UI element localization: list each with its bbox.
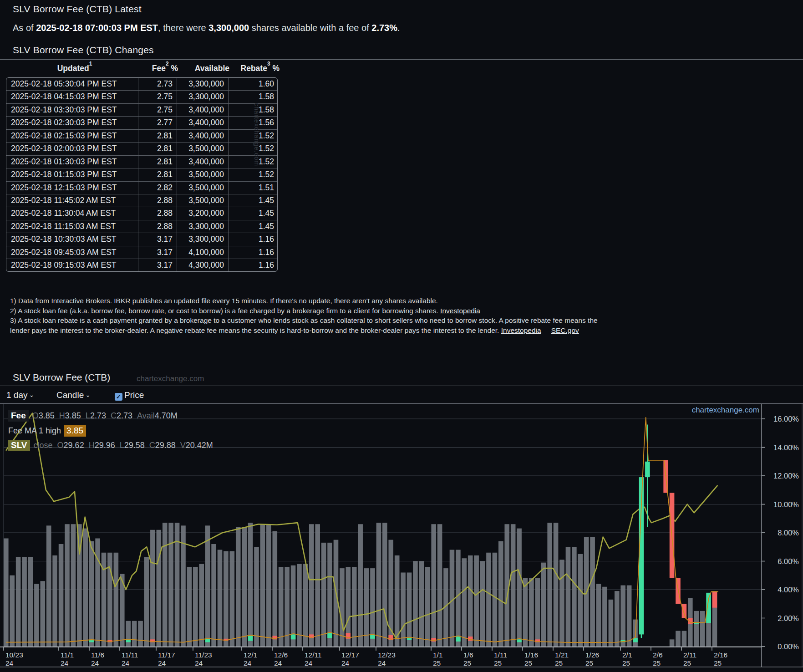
x-tick-label: 11/1 [61, 651, 74, 659]
x-tick-label: 25 [555, 659, 563, 667]
chartexchange-link[interactable]: chartexchange.com [678, 406, 759, 415]
y-tick-label: 8.00% [778, 529, 799, 537]
price-toggle[interactable]: ✓Price [115, 390, 144, 400]
footnote-link[interactable]: Investopedia [440, 307, 480, 315]
available-shares-bar [52, 555, 57, 647]
range-dropdown[interactable]: 1 day⌄ [6, 390, 34, 400]
table-row: 2025-02-18 11:15:03 AM EST2.883,300,0001… [6, 220, 277, 233]
fee-candle [645, 462, 650, 477]
legend-value: 3.85 [39, 411, 55, 420]
available-shares-bar [211, 544, 216, 647]
available-shares-bar [266, 524, 271, 647]
x-tick-label: 24 [61, 659, 69, 667]
asof-mid2: shares available with a fee of [249, 23, 371, 33]
available-shares-bar [4, 539, 9, 647]
fee-candle [431, 638, 436, 641]
legend-value: 29.62 [64, 441, 84, 450]
table-row: 2025-02-18 12:15:03 PM EST2.823,500,0001… [6, 182, 277, 194]
legend-value: 4.70M [155, 411, 178, 420]
available-shares-bar [126, 621, 131, 647]
y-tick-label: 10.00% [773, 500, 799, 509]
x-tick-label: 11/23 [195, 651, 212, 659]
price-label: Price [124, 390, 144, 400]
table-cell: 2025-02-18 04:15:03 PM EST [6, 91, 138, 103]
footnotes: 1) Data from Interactive Brokers. IBKR p… [10, 296, 618, 335]
column-header: Fee2 % [143, 63, 182, 73]
table-row: 2025-02-18 04:15:03 PM EST2.753,300,0001… [6, 91, 277, 103]
x-tick-label: 25 [524, 659, 532, 667]
available-shares-bar [352, 567, 357, 647]
available-shares-bar [407, 573, 412, 647]
available-shares-bar [193, 567, 198, 647]
divider [0, 18, 803, 18]
available-shares-bar [517, 529, 522, 647]
table-cell: 1.60 [228, 78, 278, 90]
x-tick-label: 25 [585, 659, 593, 667]
table-cell: 2025-02-18 02:15:03 PM EST [6, 130, 138, 142]
available-shares-bar [340, 568, 345, 647]
table-cell: 2.75 [138, 104, 177, 116]
legend-key: H [89, 441, 95, 450]
fee-series-badge: Fee [8, 410, 29, 422]
available-shares-bar [413, 561, 418, 647]
available-shares-bar [480, 561, 485, 647]
available-shares-bar [163, 523, 168, 647]
x-tick-label: 12/11 [305, 651, 322, 659]
table-cell: 3,500,000 [177, 194, 228, 207]
table-row: 2025-02-18 01:30:03 PM EST2.813,400,0001… [6, 156, 277, 168]
footnote-link[interactable]: SEC.gov [551, 326, 579, 334]
available-shares-bar [523, 578, 528, 647]
available-shares-bar [205, 525, 210, 647]
legend-key: O [57, 441, 64, 450]
footnote-link[interactable]: Investopedia [501, 326, 541, 334]
available-shares-bar [224, 551, 229, 647]
table-cell: 3.17 [138, 246, 177, 259]
x-tick-label: 12/6 [274, 651, 288, 659]
available-shares-bar [590, 537, 595, 647]
available-shares-bar [382, 523, 387, 647]
legend-key: L [86, 411, 90, 420]
slv-series-badge: SLV [8, 440, 30, 451]
fee-candle [407, 638, 412, 640]
available-shares-bar [602, 587, 607, 647]
x-tick-label: 24 [158, 659, 166, 667]
chevron-down-icon: ⌄ [29, 391, 34, 398]
table-cell: 2025-02-18 01:30:03 PM EST [6, 156, 138, 168]
legend-key: C [149, 441, 155, 450]
y-tick-label: 14.00% [773, 443, 799, 452]
fee-candle [327, 633, 332, 638]
legend-slv-row: SLVcloseO29.62H29.96L29.58C29.88V20.42M [8, 440, 218, 451]
table-cell: 1.16 [228, 246, 278, 259]
available-shares-bar [694, 611, 699, 647]
fee-candle [712, 592, 717, 608]
available-shares-bar [254, 547, 259, 647]
available-shares-bar [59, 544, 64, 647]
x-tick-label: 2/1 [622, 651, 632, 659]
available-shares-bar [498, 541, 503, 647]
available-shares-bar [34, 584, 39, 647]
available-shares-bar [89, 541, 94, 647]
table-cell: 2025-02-18 09:45:03 AM EST [6, 246, 138, 259]
checkbox-checked-icon[interactable]: ✓ [115, 393, 122, 401]
available-shares-bar [419, 561, 424, 647]
legend-fee-row: FeeO3.85H3.85L2.73C2.73Avail4.70M [8, 410, 182, 422]
table-cell: 2025-02-18 02:30:03 PM EST [6, 117, 138, 129]
available-shares-bar [450, 550, 455, 647]
table-row: 2025-02-18 11:30:04 AM EST2.883,200,0001… [6, 207, 277, 220]
table-row: 2025-02-18 05:30:04 PM EST2.733,300,0001… [6, 78, 277, 91]
asof-mid1: , there were [158, 23, 208, 33]
x-tick-label: 11/6 [91, 651, 104, 659]
available-shares-bar [700, 611, 705, 647]
x-tick-label: 24 [122, 659, 130, 667]
table-cell: 2.81 [138, 156, 177, 168]
table-cell: 2.88 [138, 220, 177, 233]
column-header: Rebate3 % [234, 63, 284, 73]
chart-type-dropdown[interactable]: Candle⌄ [56, 390, 91, 400]
page: SLV Borrow Fee (CTB) Latest As of 2025-0… [0, 0, 803, 672]
available-shares-bar [578, 554, 583, 647]
available-shares-bar [71, 524, 76, 647]
table-cell: 2.82 [138, 182, 177, 194]
divider [0, 59, 803, 60]
available-shares-bar [303, 564, 308, 647]
legend-value: 29.96 [95, 441, 115, 450]
